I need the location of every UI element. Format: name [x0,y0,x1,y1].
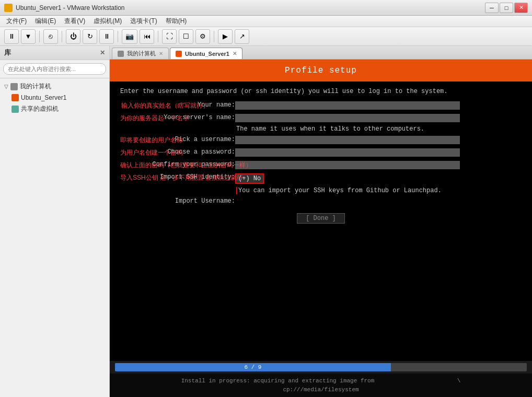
maximize-button[interactable]: □ [500,3,513,13]
vm-icon-ubuntu [11,94,19,101]
vm-intro-text: Enter the username and password (or ssh … [120,87,522,96]
done-button[interactable]: [ Done ] [297,213,345,224]
menu-tabs[interactable]: 选项卡(T) [126,16,161,27]
suspend-button[interactable]: ⏸ [99,29,114,44]
vm-setup-header: Profile setup [110,60,532,81]
toolbar: ⏸ ▼ ⎋ ⏻ ↻ ⏸ 📷 ⏮ ⛶ ☐ ⚙ ▶ ↗ [0,27,532,46]
sidebar-header: 库 ✕ [0,46,109,60]
tab-my-computer[interactable]: 我的计算机 ✕ [112,48,169,59]
annotation-username: 即将要创建的用户名称 [120,136,183,145]
window-controls: ─ □ ✕ [485,3,528,13]
main-layout: 库 ✕ ▽ 我的计算机 Ubuntu_Server1 共享的虚拟机 [0,46,532,397]
annotation-password: 为用户名创建一个密码 [120,148,183,157]
tab-close-my-computer[interactable]: ✕ [159,51,163,56]
sidebar-item-label-ubuntu: Ubuntu_Server1 [21,94,66,101]
tab-label-ubuntu: Ubuntu_Server1 [185,51,229,57]
title-bar: Ubuntu_Server1 - VMware Workstation ─ □ … [0,0,532,16]
revert-button[interactable]: ⏮ [140,29,154,44]
vm-status-text: Install in progress: acquiring and extra… [110,373,532,397]
pause-button[interactable]: ⏸ [4,29,19,44]
input-confirm-password [235,161,460,169]
restart-button[interactable]: ↻ [83,29,97,44]
sidebar-search-area [0,60,109,78]
progress-label: 6 / 9 [244,364,261,370]
tab-icon-my-computer [118,51,124,57]
input-server-name [235,114,460,122]
annotation-server-name: 为你的服务器起一个名字 [120,114,189,123]
ssh-hint: You can import your SSH keys from Github… [236,187,522,194]
minimize-button[interactable]: ─ [485,3,499,13]
annotation-ssh: 导入SSH公钥 这一步不用配置 直接跳过就行 [120,173,243,182]
separator-1 [39,31,40,42]
sidebar-item-label-shared: 共享的虚拟机 [21,104,59,113]
sidebar: 库 ✕ ▽ 我的计算机 Ubuntu_Server1 共享的虚拟机 [0,46,110,397]
content-area: 我的计算机 ✕ Ubuntu_Server1 ✕ Profile setup E… [110,46,532,397]
app-icon [4,4,13,12]
sidebar-item-ubuntu[interactable]: Ubuntu_Server1 [0,92,109,103]
terminal-button[interactable]: ▶ [218,29,233,44]
tab-ubuntu[interactable]: Ubuntu_Server1 ✕ [170,48,242,59]
input-username [235,136,460,144]
status-line-2: cp:///media/filesystem [120,386,522,394]
sidebar-search-input[interactable] [3,63,106,75]
send-ctrl-alt-del[interactable]: ⎋ [43,29,58,44]
form-row-your-name: 输入你的真实姓名（瞎写就行） Your name: [120,101,522,110]
sidebar-close-button[interactable]: ✕ [100,49,105,56]
snapshot-button[interactable]: 📷 [122,29,137,44]
sidebar-item-my-computer[interactable]: ▽ 我的计算机 [0,80,109,92]
input-password [235,148,460,157]
computer-icon [10,83,18,90]
label-import-username: Import Username: [120,197,235,205]
import-username-value [235,197,239,205]
shared-vm-icon [11,106,19,113]
unity-button[interactable]: ☐ [179,29,193,44]
fullscreen-button[interactable]: ⛶ [162,29,177,44]
menu-edit[interactable]: 编辑(E) [31,16,60,27]
menu-help[interactable]: 帮助(H) [161,16,191,27]
tab-close-ubuntu[interactable]: ✕ [233,51,237,56]
progress-bar-background: 6 / 9 [115,363,527,371]
sidebar-title: 库 [4,48,11,57]
sidebar-item-label-my-computer: 我的计算机 [20,82,51,91]
status-line-1: Install in progress: acquiring and extra… [120,377,522,386]
tab-label-my-computer: 我的计算机 [127,50,156,57]
input-your-name [235,101,460,110]
vm-terminal: Enter the username and password (or ssh … [110,81,532,361]
expand-icon: ▽ [4,84,8,89]
menu-view[interactable]: 查看(V) [60,16,89,27]
annotation-your-name: 输入你的真实姓名（瞎写就行） [121,101,209,110]
power-button[interactable]: ⏻ [66,29,80,44]
annotation-confirm-password: 确认上面的密码（也就是要和上面的密码一样） [120,161,252,170]
form-row-import-username: Import Username: [120,197,522,205]
menu-file[interactable]: 文件(F) [2,16,31,27]
progress-bar-fill: 6 / 9 [115,363,391,371]
sidebar-item-shared[interactable]: 共享的虚拟机 [0,103,109,115]
separator-4 [158,31,158,42]
server-name-hint: The name it uses when it talks to other … [236,125,522,133]
settings-button[interactable]: ⚙ [195,29,210,44]
separator-2 [62,31,62,42]
tab-icon-ubuntu [176,51,182,57]
menu-vm[interactable]: 虚拟机(M) [89,16,126,27]
tool-dropdown[interactable]: ▼ [21,29,36,44]
separator-5 [214,31,214,42]
window-title: Ubuntu_Server1 - VMware Workstation [16,4,485,11]
separator-3 [118,31,118,42]
menu-bar: 文件(F) 编辑(E) 查看(V) 虚拟机(M) 选项卡(T) 帮助(H) [0,16,532,27]
close-button[interactable]: ✕ [514,3,528,13]
vm-display[interactable]: Profile setup Enter the username and pas… [110,60,532,397]
tab-bar: 我的计算机 ✕ Ubuntu_Server1 ✕ [110,46,532,60]
progress-area: 6 / 9 [110,361,532,373]
sidebar-tree: ▽ 我的计算机 Ubuntu_Server1 共享的虚拟机 [0,78,109,397]
external-button[interactable]: ↗ [235,29,249,44]
